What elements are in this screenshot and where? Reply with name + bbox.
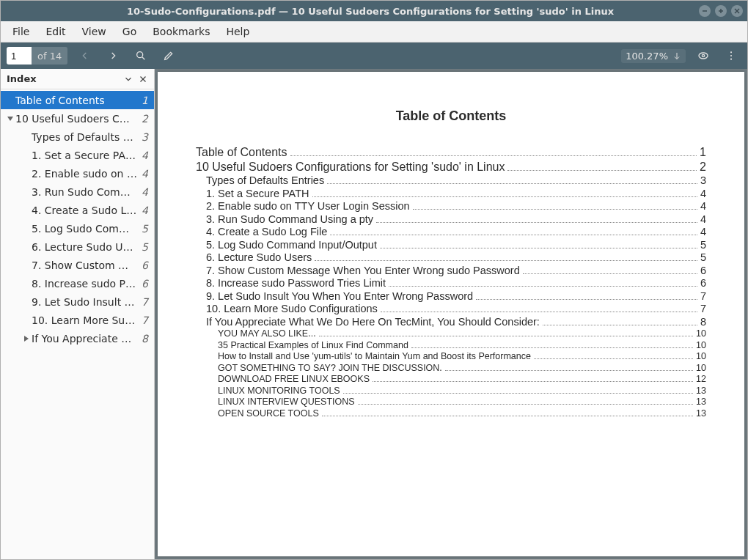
toc-entry[interactable]: LINUX MONITORING TOOLS13: [196, 386, 706, 396]
toc-entry-title: 10 Useful Sudoers Configurations for Set…: [196, 161, 505, 174]
toc-entry-title: 9. Let Sudo Insult You When You Enter Wr…: [206, 290, 473, 302]
view-options-button[interactable]: [693, 45, 714, 66]
minimize-button[interactable]: [699, 5, 711, 17]
outline-item[interactable]: If You Appreciate …8: [1, 329, 154, 347]
outline-item[interactable]: 6. Lecture Sudo U…5: [1, 237, 154, 256]
menu-file[interactable]: File: [5, 23, 37, 40]
menu-help[interactable]: Help: [219, 23, 257, 40]
outline-item[interactable]: 4. Create a Sudo L…4: [1, 201, 154, 219]
outline-item-label: 2. Enable sudo on …: [32, 168, 137, 180]
toc-leader: [534, 358, 693, 359]
toc-entry[interactable]: 5. Log Sudo Command Input/Output5: [196, 239, 706, 251]
expander-icon[interactable]: [5, 115, 15, 122]
toc-entry[interactable]: LINUX INTERVIEW QUESTIONS13: [196, 397, 706, 407]
toc-entry[interactable]: 9. Let Sudo Insult You When You Enter Wr…: [196, 290, 706, 302]
toc-entry[interactable]: 8. Increase sudo Password Tries Limit6: [196, 277, 706, 289]
window-title: 10-Sudo-Configurations.pdf — 10 Useful S…: [42, 6, 699, 17]
svg-line-6: [142, 57, 144, 59]
chevron-down-icon[interactable]: [123, 74, 133, 84]
close-button[interactable]: [731, 5, 743, 17]
toc-leader: [543, 325, 697, 325]
toc-leader: [376, 222, 697, 223]
toc-entry[interactable]: 10. Learn More Sudo Configurations7: [196, 303, 706, 314]
maximize-button[interactable]: [715, 5, 727, 17]
outline-item-page: 7: [137, 296, 148, 308]
toc-entry-title: 10. Learn More Sudo Configurations: [206, 303, 378, 314]
body: Index Table of Contents110 Useful Sudoer…: [1, 69, 747, 559]
outline-item[interactable]: 3. Run Sudo Com…4: [1, 183, 154, 201]
outline-item-page: 4: [137, 168, 148, 180]
toc-entry[interactable]: DOWNLOAD FREE LINUX EBOOKS12: [196, 374, 706, 384]
toc-leader: [523, 273, 697, 274]
outline-item[interactable]: 8. Increase sudo P…6: [1, 274, 154, 292]
toc-entry-title: LINUX INTERVIEW QUESTIONS: [218, 397, 355, 407]
toc-entry[interactable]: 4. Create a Sudo Log File4: [196, 226, 706, 237]
outline-item-label: 8. Increase sudo P…: [32, 278, 137, 290]
toc-entry-title: 35 Practical Examples of Linux Find Comm…: [218, 340, 408, 350]
toc-entry-title: 1. Set a Secure PATH: [206, 188, 309, 199]
svg-marker-15: [7, 117, 13, 121]
outline-item-label: 9. Let Sudo Insult …: [32, 296, 137, 308]
outline-item[interactable]: 7. Show Custom …6: [1, 256, 154, 274]
outline-item-page: 6: [137, 259, 148, 271]
page-title: Table of Contents: [196, 108, 706, 124]
toc-entry[interactable]: 1. Set a Secure PATH4: [196, 188, 706, 199]
toc-entry-title: 5. Log Sudo Command Input/Output: [206, 239, 377, 251]
outline-item[interactable]: 9. Let Sudo Insult …7: [1, 292, 154, 311]
outline-item-label: 3. Run Sudo Com…: [32, 186, 137, 198]
toc-entry[interactable]: 10 Useful Sudoers Configurations for Set…: [196, 161, 706, 174]
next-page-button[interactable]: [103, 45, 123, 66]
menu-go[interactable]: Go: [115, 23, 144, 40]
toc-entry-title: 3. Run Sudo Command Using a pty: [206, 213, 373, 225]
toc-entry[interactable]: YOU MAY ALSO LIKE...10: [196, 328, 706, 339]
toc-entry[interactable]: 35 Practical Examples of Linux Find Comm…: [196, 340, 706, 350]
outline-item[interactable]: Types of Defaults …3: [1, 128, 154, 146]
page-number-input[interactable]: [7, 47, 32, 65]
toc-entry[interactable]: How to Install and Use 'yum-utils' to Ma…: [196, 351, 706, 361]
menu-bookmarks[interactable]: Bookmarks: [145, 23, 217, 40]
outline-item[interactable]: 10. Learn More Su…7: [1, 311, 154, 329]
document-area[interactable]: Table of Contents Table of Contents110 U…: [155, 69, 747, 559]
expander-icon[interactable]: [21, 335, 32, 342]
toc-leader: [343, 393, 693, 394]
edit-button[interactable]: [158, 45, 179, 66]
toc-entry[interactable]: 6. Lecture Sudo Users5: [196, 251, 706, 263]
svg-point-10: [730, 51, 732, 53]
close-icon[interactable]: [138, 74, 148, 84]
toc-entry[interactable]: 7. Show Custom Message When You Enter Wr…: [196, 265, 706, 276]
toc-entry[interactable]: Table of Contents1: [196, 146, 706, 159]
toc-entry[interactable]: Types of Defaults Entries3: [196, 174, 706, 186]
outline-item[interactable]: 5. Log Sudo Com…5: [1, 219, 154, 237]
toc-entry-title: DOWNLOAD FREE LINUX EBOOKS: [218, 374, 370, 384]
outline-item-label: If You Appreciate …: [32, 333, 137, 345]
toc-entry[interactable]: 2. Enable sudo on TTY User Login Session…: [196, 200, 706, 212]
menu-edit[interactable]: Edit: [38, 23, 73, 40]
toc-entry[interactable]: If You Appreciate What We Do Here On Tec…: [196, 316, 706, 328]
outline-item-label: Types of Defaults …: [32, 131, 137, 143]
toc-entry[interactable]: GOT SOMETHING TO SAY? JOIN THE DISCUSSIO…: [196, 363, 706, 373]
outline-item-page: 4: [137, 205, 148, 216]
toc-leader: [322, 416, 693, 416]
outline-tree[interactable]: Table of Contents110 Useful Sudoers C…2T…: [1, 89, 154, 559]
toc-entry-page: 2: [700, 161, 706, 174]
outline-item-page: 2: [137, 113, 148, 125]
toc-entry[interactable]: OPEN SOURCE TOOLS13: [196, 408, 706, 419]
toc-entry[interactable]: 3. Run Sudo Command Using a pty4: [196, 213, 706, 225]
toc-leader: [476, 299, 697, 300]
toc-entry-title: 6. Lecture Sudo Users: [206, 251, 312, 263]
zoom-selector[interactable]: 100.27%: [621, 49, 686, 63]
outline-item[interactable]: 1. Set a Secure PA…4: [1, 146, 154, 164]
title-bar: 10-Sudo-Configurations.pdf — 10 Useful S…: [1, 1, 747, 21]
outline-item[interactable]: 2. Enable sudo on …4: [1, 164, 154, 183]
toolbar: of 14 100.27%: [1, 43, 747, 69]
toc-entry-page: 5: [700, 239, 706, 251]
search-button[interactable]: [131, 45, 151, 66]
toc-entry-page: 13: [696, 386, 706, 396]
outline-item[interactable]: 10 Useful Sudoers C…2: [1, 109, 154, 128]
toc-leader: [380, 248, 697, 248]
toc-entry-title: Types of Defaults Entries: [206, 174, 324, 186]
prev-page-button[interactable]: [75, 45, 95, 66]
more-button[interactable]: [721, 45, 741, 66]
menu-view[interactable]: View: [75, 23, 114, 40]
outline-item[interactable]: Table of Contents1: [1, 91, 154, 109]
